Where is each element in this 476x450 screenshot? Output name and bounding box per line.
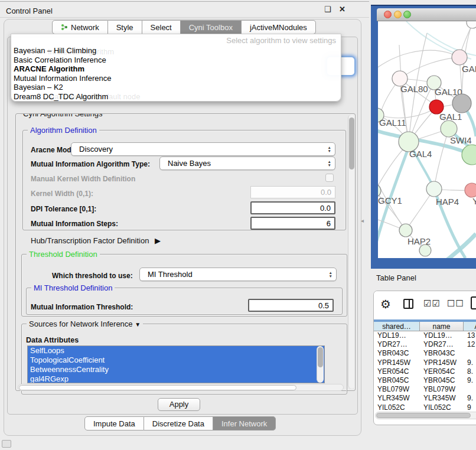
manual-kernel-checkbox[interactable] — [325, 174, 334, 182]
table-row[interactable]: YER054CYER054C8. — [374, 367, 476, 376]
expander-arrow-icon: ▶ — [155, 236, 161, 245]
settings-vscrollbar[interactable] — [348, 115, 355, 389]
close-traffic-light-icon[interactable] — [384, 11, 392, 18]
network-node[interactable] — [467, 21, 476, 28]
network-node-gal[interactable] — [452, 50, 467, 65]
scrollbar-thumb[interactable] — [19, 385, 296, 390]
scrollbar-thumb[interactable] — [349, 118, 354, 169]
titlebar-separator — [0, 17, 369, 18]
unchecked-pair-icon[interactable]: ☐☐ — [447, 298, 464, 309]
network-node[interactable] — [452, 94, 471, 113]
mi-threshold-field[interactable]: 0.5 — [248, 299, 334, 312]
algorithm-item-dream8-dc-tdc-algorithm[interactable]: Dream8 DC_TDC Algorithm — [11, 92, 341, 102]
table-row[interactable]: YDR27…YDR27…12 — [374, 340, 476, 349]
dpi-tolerance-field[interactable]: 0.0 — [250, 201, 335, 214]
algorithm-item-bayesian-hill-climbing[interactable]: Bayesian – Hill Climbing — [11, 46, 341, 56]
gear-icon[interactable]: ⚙ — [380, 297, 391, 311]
tab-label: Discretize Data — [152, 419, 204, 428]
aracne-mode-select[interactable]: Discovery ▲▼ — [71, 142, 335, 156]
attributes-scrollbar[interactable] — [317, 346, 324, 383]
attribute-item-betweennesscentrality[interactable]: BetweennessCentrality — [28, 365, 324, 374]
hub-definition-label: Hub/Transcription Factor Definition — [31, 236, 149, 245]
network-edge[interactable] — [400, 57, 459, 79]
apply-button[interactable]: Apply — [158, 398, 200, 411]
network-node-hap2[interactable] — [399, 224, 412, 237]
mi-steps-label: Mutual Information Steps: — [31, 220, 118, 228]
table-cell: YDL19… — [420, 331, 464, 340]
kernel-width-field[interactable]: 0.0 — [250, 186, 335, 198]
network-window-titlebar[interactable] — [377, 8, 476, 21]
tab-jactivemnodules[interactable]: jActiveMNodules — [242, 20, 316, 34]
mi-algorithm-type-select[interactable]: Naive Bayes ▲▼ — [159, 156, 335, 170]
table-cell: YBR043C — [420, 349, 464, 358]
network-node-y[interactable] — [465, 183, 476, 197]
table-row[interactable]: YDL19…YDL19…13 — [374, 331, 476, 340]
sources-group-title[interactable]: Sources for Network Inference ▼ — [27, 319, 143, 328]
algorithm-item-mutual-information-inference[interactable]: Mutual Information Inference — [11, 74, 341, 83]
manual-kernel-label: Manual Kernel Width Definition — [31, 175, 135, 183]
network-edge[interactable] — [378, 50, 459, 77]
tab-cyni-toolbox[interactable]: Cyni Toolbox — [181, 20, 242, 34]
table-row[interactable]: YBR045CYBR045C9. — [374, 376, 476, 385]
table-cell: YLR345W — [374, 394, 420, 403]
collapsed-panel-icon[interactable] — [2, 440, 11, 448]
network-node[interactable] — [462, 145, 476, 165]
network-edge[interactable] — [434, 129, 449, 189]
tab-select[interactable]: Select — [142, 20, 181, 34]
scrollbar-thumb[interactable] — [376, 413, 471, 418]
table-cell: YDR27… — [420, 340, 464, 349]
float-window-icon[interactable]: ❑ — [324, 5, 331, 14]
attribute-item-selfloops[interactable]: SelfLoops — [28, 346, 324, 356]
attribute-item-gal4rgexp[interactable]: gal4RGexp — [28, 374, 324, 383]
splitter-handle[interactable]: ◂ — [361, 217, 364, 224]
which-threshold-label: Which threshold to use: — [52, 272, 133, 280]
column-header-a[interactable]: A — [464, 322, 476, 331]
threshold-definition-title: Threshold Definition — [27, 250, 100, 259]
column-header-shared[interactable]: shared… — [374, 322, 420, 331]
algorithm-definition-title: Algorithm Definition — [28, 126, 99, 135]
data-attributes-list[interactable]: SelfLoopsTopologicalCoefficientBetweenne… — [27, 345, 325, 383]
tab-discretize-data[interactable]: Discretize Data — [144, 416, 213, 431]
algorithm-item-aracne-algorithm[interactable]: ARACNE Algorithm — [11, 64, 341, 74]
network-edge[interactable] — [380, 107, 436, 118]
attribute-item-topologicalcoefficient[interactable]: TopologicalCoefficient — [28, 356, 324, 365]
tab-label: Cyni Toolbox — [189, 23, 233, 32]
table-hscrollbar[interactable] — [375, 412, 476, 419]
checked-pair-icon[interactable]: ☑☑ — [423, 298, 441, 309]
scrollbar-thumb[interactable] — [318, 347, 323, 367]
algorithm-item-basic-correlation-inference[interactable]: Basic Correlation Inference — [11, 56, 341, 65]
zoom-traffic-light-icon[interactable] — [403, 11, 411, 18]
tab-network[interactable]: Network — [52, 20, 108, 34]
column-panes-icon[interactable] — [403, 299, 413, 309]
settings-hscrollbar[interactable] — [18, 384, 344, 391]
table-panel-title: Table Panel — [376, 273, 416, 282]
tab-label: Style — [116, 23, 133, 32]
network-icon — [61, 24, 71, 31]
network-node[interactable] — [419, 244, 431, 256]
mi-steps-field[interactable]: 6 — [250, 217, 335, 230]
table-row[interactable]: YIL052CYIL052C9 — [374, 403, 476, 412]
close-panel-icon[interactable]: ✕ — [339, 5, 345, 14]
algorithm-item-bayesian-k2[interactable]: Bayesian – K2 — [11, 83, 341, 92]
minimize-traffic-light-icon[interactable] — [394, 11, 402, 18]
network-node-hap4[interactable] — [426, 181, 442, 197]
mi-type-label: Mutual Information Algorithm Type: — [31, 160, 150, 168]
hub-definition-expander[interactable]: Hub/Transcription Factor Definition ▶ — [31, 236, 161, 245]
column-header-name[interactable]: name — [420, 322, 464, 331]
document-icon[interactable] — [471, 296, 476, 309]
network-node-label: GCY1 — [378, 195, 402, 206]
network-node-label: GAL80 — [400, 84, 428, 94]
table-row[interactable]: YBL079WYBL079W — [374, 385, 476, 394]
network-canvas[interactable]: GALGAL80GAL10GAL1GAL11SWI4GAL4GCY1HAP4YH… — [378, 21, 476, 258]
table-row[interactable]: YPR145WYPR145W9. — [374, 358, 476, 367]
table-row[interactable]: YBR043CYBR043C — [374, 349, 476, 358]
app-root: Control Panel ❑ ✕ NetworkStyleSelectCyni… — [0, 0, 476, 450]
tab-label: Network — [71, 23, 99, 32]
tab-impute-data[interactable]: Impute Data — [84, 416, 144, 431]
network-view-window[interactable]: GALGAL80GAL10GAL1GAL11SWI4GAL4GCY1HAP4YH… — [371, 5, 476, 269]
which-threshold-select[interactable]: MI Threshold ▲▼ — [139, 268, 337, 281]
network-node-swi4[interactable] — [441, 120, 457, 137]
tab-style[interactable]: Style — [108, 20, 142, 34]
table-row[interactable]: YLR345WYLR345W9. — [374, 394, 476, 403]
tab-infer-network[interactable]: Infer Network — [213, 416, 276, 431]
